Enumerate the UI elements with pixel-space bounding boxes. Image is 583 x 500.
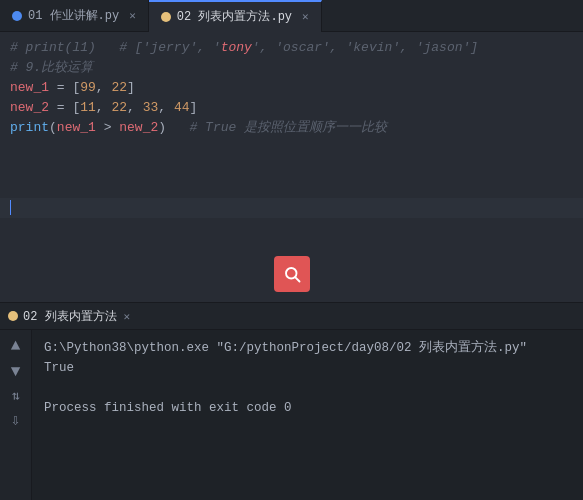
- code-line-2: # 9.比较运算: [0, 58, 583, 78]
- tab-bar: 01 作业讲解.py ✕ 02 列表内置方法.py ✕: [0, 0, 583, 32]
- terminal-scroll-bottom-button[interactable]: ⇩: [11, 413, 21, 429]
- terminal-blank-line: [44, 378, 571, 398]
- terminal-content: G:\Python38\python.exe "G:/pythonProject…: [32, 330, 583, 500]
- code-line-7: [0, 158, 583, 178]
- tab-01-close[interactable]: ✕: [129, 9, 136, 22]
- editor-area[interactable]: # print(l1) # ['jerry', 'tony', 'oscar',…: [0, 32, 583, 302]
- terminal-sidebar: ▲ ▼ ⇄ ⇩: [0, 330, 32, 500]
- tab-icon-yellow: [161, 12, 171, 22]
- code-line-8: [0, 178, 583, 198]
- tab-02-close[interactable]: ✕: [302, 10, 309, 23]
- code-line-10: [0, 218, 583, 238]
- terminal-wrap-button[interactable]: ⇄: [9, 393, 22, 401]
- code-line-cursor: [0, 198, 583, 218]
- line-2-text: # 9.比较运算: [10, 58, 583, 78]
- terminal-tab-icon: [8, 311, 18, 321]
- line-3-text: new_1 = [99, 22]: [10, 78, 583, 98]
- tab-icon-blue: [12, 11, 22, 21]
- terminal-bar: 02 列表内置方法 ✕: [0, 302, 583, 330]
- svg-line-1: [295, 277, 299, 281]
- code-line-6: [0, 138, 583, 158]
- tab-02-label: 02 列表内置方法.py: [177, 8, 292, 25]
- search-icon: [283, 265, 301, 283]
- code-line-5: print(new_1 > new_2) # True 是按照位置顺序一一比较: [0, 118, 583, 138]
- terminal-tab-close[interactable]: ✕: [124, 310, 131, 323]
- terminal-tab[interactable]: 02 列表内置方法 ✕: [8, 308, 130, 325]
- code-line-1: # print(l1) # ['jerry', 'tony', 'oscar',…: [0, 38, 583, 58]
- terminal-area: ▲ ▼ ⇄ ⇩ G:\Python38\python.exe "G:/pytho…: [0, 330, 583, 500]
- terminal-tab-label: 02 列表内置方法: [23, 308, 117, 325]
- line-4-text: new_2 = [11, 22, 33, 44]: [10, 98, 583, 118]
- code-line-3: new_1 = [99, 22]: [0, 78, 583, 98]
- search-overlay: [274, 256, 310, 292]
- terminal-command: G:\Python38\python.exe "G:/pythonProject…: [44, 338, 571, 358]
- text-cursor: [10, 200, 11, 215]
- code-line-4: new_2 = [11, 22, 33, 44]: [0, 98, 583, 118]
- terminal-output-true: True: [44, 358, 571, 378]
- terminal-down-button[interactable]: ▼: [11, 364, 21, 380]
- cursor-line-text: [10, 198, 583, 218]
- terminal-finish-message: Process finished with exit code 0: [44, 398, 571, 418]
- tab-02[interactable]: 02 列表内置方法.py ✕: [149, 0, 322, 32]
- terminal-up-button[interactable]: ▲: [11, 338, 21, 354]
- tab-01[interactable]: 01 作业讲解.py ✕: [0, 0, 149, 32]
- tab-01-label: 01 作业讲解.py: [28, 7, 119, 24]
- search-button[interactable]: [274, 256, 310, 292]
- line-5-text: print(new_1 > new_2) # True 是按照位置顺序一一比较: [10, 118, 583, 138]
- line-1-text: # print(l1) # ['jerry', 'tony', 'oscar',…: [10, 38, 583, 58]
